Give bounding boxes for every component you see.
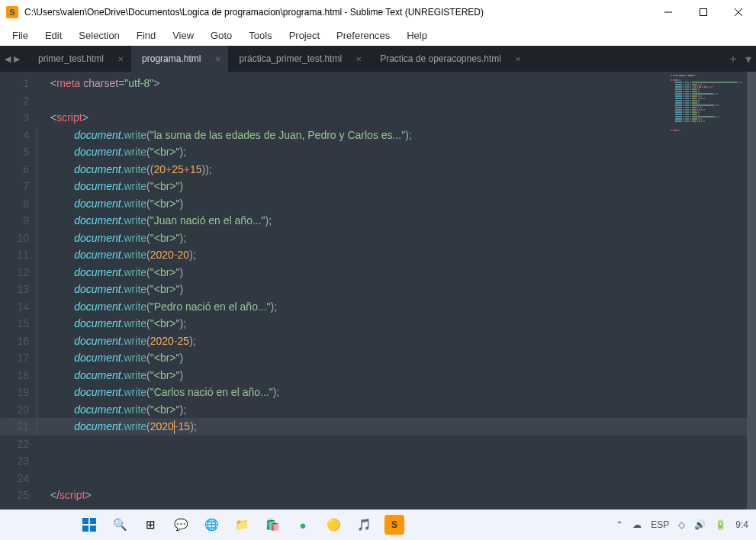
code-line[interactable] [43,436,756,453]
menu-file[interactable]: File [5,27,36,44]
menu-selection[interactable]: Selection [71,27,127,44]
app-window: S C:\Users\valen\OneDrive\Documentos\Log… [0,0,756,540]
menu-edit[interactable]: Edit [37,27,69,44]
tabbar: ◀ ▶ primer_test.html×programa.html×práct… [0,46,756,72]
tab-close-icon[interactable]: × [215,53,221,65]
line-number[interactable]: 24 [0,470,43,487]
svg-rect-1 [700,9,707,16]
menu-project[interactable]: Project [281,27,327,44]
code-line[interactable]: </script> [43,487,756,504]
close-icon [735,8,742,16]
code-content[interactable]: <meta charset="utf-8"><script> document.… [43,72,756,509]
titlebar[interactable]: S C:\Users\valen\OneDrive\Documentos\Log… [0,0,756,24]
maximize-icon [700,8,707,16]
tab-label: Practica de operacopnes.html [380,53,501,64]
taskbar-app-tiktok[interactable]: 🎵 [354,515,374,535]
tray-hidden-icons[interactable]: ⌃ [616,519,623,530]
tab-dropdown-button[interactable]: ▾ [745,52,751,66]
code-line[interactable]: document.write("<br>"); [43,315,756,333]
menu-find[interactable]: Find [129,27,163,44]
taskbar-app-explorer[interactable]: 📁 [232,515,252,535]
close-button[interactable] [721,0,756,24]
tab-close-icon[interactable]: × [356,53,362,65]
menu-goto[interactable]: Goto [203,27,240,44]
taskbar-app-edge[interactable]: 🌐 [201,515,221,535]
code-line[interactable]: document.write(2020-25); [43,333,756,350]
menu-help[interactable]: Help [399,27,435,44]
scrollbar-thumb[interactable] [747,72,756,509]
tab-label: programa.html [142,53,201,64]
edge-icon: 🌐 [204,518,219,532]
taskbar-app-store[interactable]: 🛍️ [262,515,282,535]
tray-wifi-icon[interactable]: ◇ [678,519,685,530]
code-line[interactable]: document.write("Carlos nació en el año..… [43,384,756,401]
minimize-button[interactable] [651,0,686,24]
tab-label: primer_test.html [38,53,104,64]
line-number[interactable]: 2 [0,92,43,110]
tab-close-icon[interactable]: × [117,53,124,65]
folder-icon: 📁 [235,518,249,532]
editor-area[interactable]: 1234567891011121314151617181920212223242… [0,72,756,509]
code-line[interactable]: document.write((20+25+15)); [43,161,756,178]
scrollbar-vertical[interactable] [747,72,756,509]
tab-practica-de-operacopnes-html[interactable]: Practica de operacopnes.html× [369,46,529,72]
line-number[interactable]: 1 [0,75,43,92]
code-line[interactable]: document.write("Juan nació en el año..."… [43,212,756,230]
chat-icon: 💬 [174,518,188,532]
new-tab-button[interactable]: ＋ [727,51,739,67]
store-icon: 🛍️ [265,518,280,532]
code-line[interactable]: document.write("la suma de las edades de… [43,127,756,144]
tab-close-icon[interactable]: × [515,53,521,65]
line-number[interactable]: 25 [0,487,43,504]
code-line[interactable]: document.write("<br>"); [43,143,756,161]
menubar: FileEditSelectionFindViewGotoToolsProjec… [0,24,756,46]
windows-taskbar[interactable]: 🔍 ⊞ 💬 🌐 📁 🛍️ ● 🟡 🎵 S ⌃ ☁ ESP ◇ 🔊 🔋 9:4 [0,509,756,540]
taskbar-app-chat[interactable]: 💬 [171,515,191,535]
minimap[interactable] [671,75,747,132]
code-line[interactable] [43,452,756,470]
code-line[interactable]: document.write("Pedro nació en el año...… [43,298,756,316]
tray-onedrive-icon[interactable]: ☁ [632,519,642,530]
tray-battery-icon[interactable]: 🔋 [715,519,726,530]
code-line[interactable]: document.write("<br>") [43,178,756,195]
code-line[interactable]: document.write("<br>") [43,281,756,298]
code-line[interactable]: document.write("<br>"); [43,230,756,247]
tab-primer_test-html[interactable]: primer_test.html× [27,46,131,72]
code-line[interactable]: <meta charset="utf-8"> [43,75,756,92]
taskbar-app-chrome[interactable]: 🟡 [323,515,343,535]
tray-volume-icon[interactable]: 🔊 [694,519,706,530]
taskbar-app-sublime[interactable]: S [384,515,404,535]
window-title: C:\Users\valen\OneDrive\Documentos\Logic… [24,7,651,18]
code-line[interactable]: document.write("<br>") [43,349,756,367]
code-line[interactable] [43,92,756,110]
line-number[interactable]: 22 [0,436,43,453]
menu-view[interactable]: View [165,27,201,44]
code-line[interactable]: document.write(2020-20); [43,246,756,264]
code-line[interactable]: document.write("<br>") [43,264,756,281]
tiktok-icon: 🎵 [357,518,372,532]
code-line[interactable]: document.write("<br>") [43,195,756,213]
code-line[interactable]: document.write("<br>") [43,367,756,384]
tab-programa-html[interactable]: programa.html× [131,46,228,72]
start-button[interactable] [79,515,99,535]
code-line[interactable]: document.write("<br>"); [43,401,756,419]
windows-logo-icon [82,518,96,532]
code-line[interactable]: <script> [43,109,756,127]
minimize-icon [664,8,672,16]
maximize-button[interactable] [686,0,721,24]
tray-language[interactable]: ESP [651,519,669,530]
code-line[interactable] [43,470,756,487]
line-number[interactable]: 3 [0,109,43,127]
menu-tools[interactable]: Tools [241,27,279,44]
tab-nav-prev[interactable]: ◀ [5,54,11,64]
tray-clock[interactable]: 9:4 [735,519,748,530]
line-number[interactable]: 23 [0,452,43,470]
menu-preferences[interactable]: Preferences [329,27,397,44]
taskview-button[interactable]: ⊞ [140,515,160,535]
taskbar-app-spotify[interactable]: ● [293,515,313,535]
search-button[interactable]: 🔍 [110,515,130,535]
tab-nav-next[interactable]: ▶ [14,54,20,64]
tab-label: práctica_primer_test.html [239,53,342,64]
code-line[interactable]: document.write(2020-15); [43,418,756,436]
tab-pr-ctica_primer_test-html[interactable]: práctica_primer_test.html× [228,46,369,72]
